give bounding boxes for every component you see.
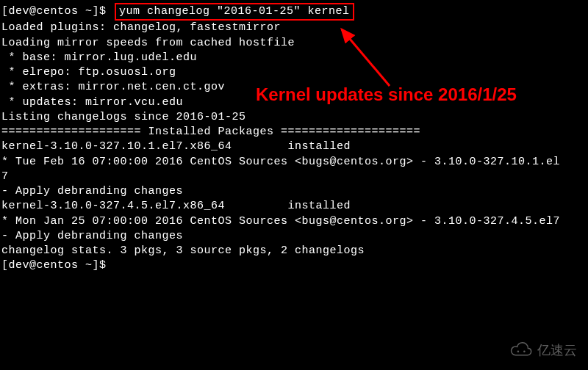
svg-point-3 (523, 350, 526, 352)
terminal-output: 7 (1, 170, 587, 184)
terminal-output: Loaded plugins: changelog, fastestmirror (1, 21, 587, 35)
terminal-output: changelog stats. 3 pkgs, 3 source pkgs, … (1, 244, 587, 258)
shell-prompt: [dev@centos ~]$ (1, 5, 113, 18)
terminal-output: * base: mirror.lug.udel.edu (1, 51, 587, 65)
terminal-output: - Apply debranding changes (1, 229, 587, 244)
terminal-output: Loading mirror speeds from cached hostfi… (1, 36, 587, 51)
terminal-output: * Tue Feb 16 07:00:00 2016 CentOS Source… (1, 155, 587, 170)
terminal-output: Listing changelogs since 2016-01-25 (1, 110, 587, 125)
terminal-output: kernel-3.10.0-327.10.1.el7.x86_64 instal… (1, 139, 587, 154)
watermark-text: 亿速云 (537, 341, 577, 359)
annotation-text: Kernel updates since 2016/1/25 (256, 83, 517, 106)
highlighted-command: yum changelog "2016-01-25" kernel (115, 3, 354, 21)
cloud-icon (509, 342, 534, 358)
terminal-output: kernel-3.10.0-327.4.5.el7.x86_64 install… (1, 199, 587, 214)
terminal-output: * elrepo: ftp.osuosl.org (1, 65, 587, 80)
terminal-output: - Apply debranding changes (1, 184, 587, 199)
terminal-line-prompt: [dev@centos ~]$ yum changelog "2016-01-2… (1, 3, 587, 21)
terminal-output: ==================== Installed Packages … (1, 125, 587, 139)
svg-point-2 (517, 350, 520, 352)
terminal-output: * Mon Jan 25 07:00:00 2016 CentOS Source… (1, 214, 587, 229)
terminal-line-prompt[interactable]: [dev@centos ~]$ (1, 258, 587, 273)
watermark: 亿速云 (509, 341, 577, 359)
